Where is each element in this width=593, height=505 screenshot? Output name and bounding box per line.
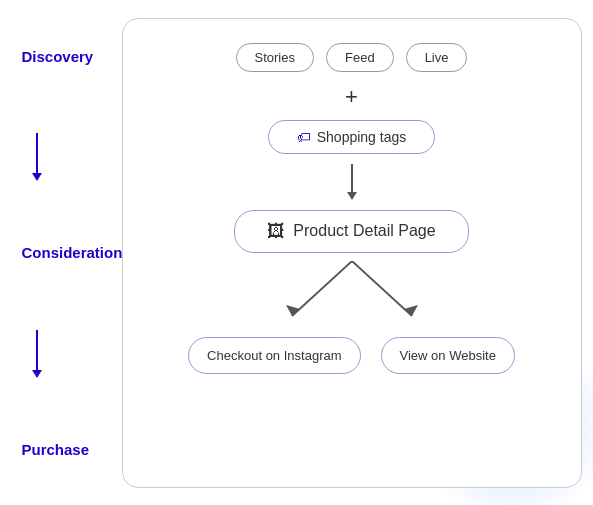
svg-line-2 <box>352 261 412 316</box>
consideration-label: Consideration <box>22 244 123 261</box>
arrow-discovery-consideration <box>32 133 42 181</box>
checkout-instagram-button: Checkout on Instagram <box>188 337 360 374</box>
tag-icon: 🏷 <box>297 129 311 145</box>
shopping-tags-label: Shopping tags <box>317 129 407 145</box>
consideration-stage: Consideration <box>22 244 123 261</box>
live-pill: Live <box>406 43 468 72</box>
shopping-tags-button: 🏷 Shopping tags <box>268 120 436 154</box>
fork-area <box>143 261 561 331</box>
svg-marker-3 <box>404 305 418 316</box>
svg-marker-1 <box>286 305 300 316</box>
page-container: Discovery Consideration Purchase Stories… <box>12 18 582 488</box>
purchase-label: Purchase <box>22 441 90 458</box>
view-website-button: View on Website <box>381 337 515 374</box>
plus-sign: + <box>345 84 358 110</box>
product-detail-label: Product Detail Page <box>293 222 435 240</box>
product-detail-button: 🖼 Product Detail Page <box>234 210 468 253</box>
diagram-box: Stories Feed Live + 🏷 Shopping tags 🖼 Pr… <box>122 18 582 488</box>
discovery-label: Discovery <box>22 48 94 65</box>
bottom-row: Checkout on Instagram View on Website <box>188 337 515 374</box>
fork-arrows-svg <box>252 261 452 331</box>
grid-icon: 🖼 <box>267 221 285 242</box>
purchase-stage: Purchase <box>22 441 90 458</box>
feed-pill: Feed <box>326 43 394 72</box>
stories-pill: Stories <box>236 43 314 72</box>
arrow-consideration-purchase <box>32 330 42 378</box>
discovery-stage: Discovery <box>22 48 94 65</box>
left-sidebar: Discovery Consideration Purchase <box>12 18 122 488</box>
top-row: Stories Feed Live <box>236 43 468 72</box>
vertical-arrow-1 <box>347 164 357 200</box>
svg-line-0 <box>292 261 352 316</box>
